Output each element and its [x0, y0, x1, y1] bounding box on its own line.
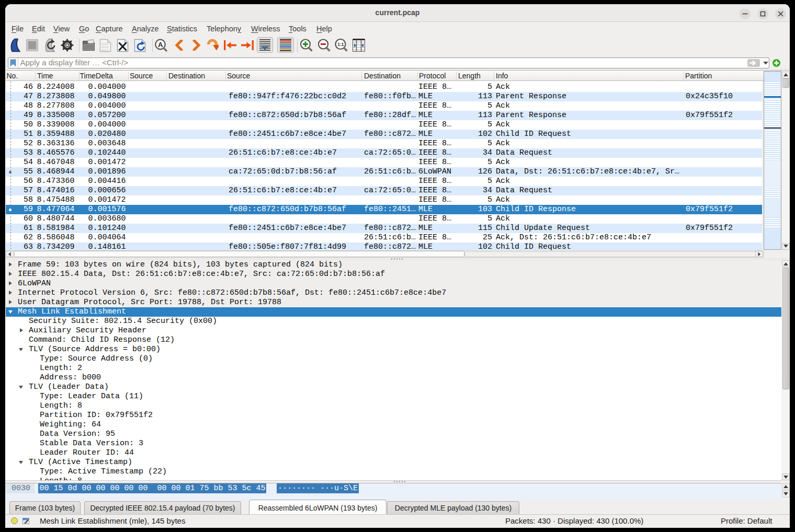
svg-text:1:1: 1:1 — [337, 42, 344, 47]
svg-text:0111: 0111 — [101, 49, 109, 52]
svg-text:A: A — [158, 41, 163, 49]
